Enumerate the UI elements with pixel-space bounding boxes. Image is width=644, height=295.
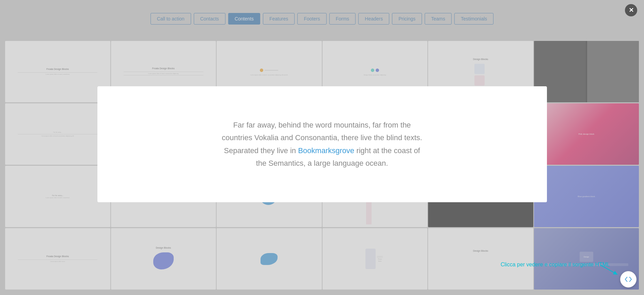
close-button[interactable]: ✕ — [625, 4, 637, 16]
modal-link[interactable]: Bookmarksgrove — [298, 146, 354, 155]
code-icon — [625, 276, 632, 283]
code-button[interactable] — [620, 271, 637, 287]
modal-overlay: Far far away, behind the word mountains,… — [0, 0, 644, 295]
modal-paragraph: Far far away, behind the word mountains,… — [220, 119, 424, 170]
modal-content: Far far away, behind the word mountains,… — [97, 86, 547, 202]
